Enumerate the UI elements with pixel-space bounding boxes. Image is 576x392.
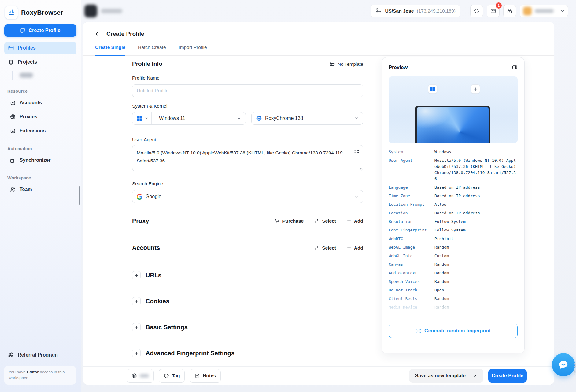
section-label-workspace: Workspace [7, 176, 76, 180]
section-label-resource: Resource [7, 89, 76, 94]
plus-icon [346, 245, 352, 250]
sidebar-scrollbar-thumb[interactable] [79, 186, 80, 205]
proxy-ip: (173.249.210.169) [417, 8, 456, 14]
list-item: WebRTCProhibit [389, 236, 518, 242]
laptop-illustration [415, 106, 490, 143]
tag-icon [164, 373, 169, 379]
workspace-avatar [84, 5, 97, 17]
fingerprint-summary-list: SystemWindows User AgentMozilla/5.0 (Win… [389, 149, 518, 318]
list-item: LanguageBased on IP address [389, 184, 518, 190]
layers-icon [131, 373, 137, 379]
dashed-divider [132, 288, 363, 288]
list-item: Client RectsRandom [389, 296, 518, 302]
sidebar-item-projects[interactable]: Projects [4, 56, 76, 68]
select-account-button[interactable]: Select [314, 245, 336, 251]
template-icon [330, 61, 335, 67]
chevron-down-icon [354, 194, 359, 199]
dashed-divider [132, 314, 363, 314]
sidebar-item-synchronizer[interactable]: Synchronizer [4, 154, 76, 166]
main-panel: Create Profile Create Single Batch Creat… [83, 22, 554, 385]
os-version-select[interactable]: Windows 11 [155, 116, 246, 121]
no-template-button[interactable]: No Template [330, 61, 363, 67]
plus-icon [346, 218, 352, 224]
refresh-button[interactable] [470, 5, 483, 17]
sailboat-logo-icon [5, 6, 18, 19]
sidebar-item-referral-program[interactable]: Referral Program [4, 349, 76, 361]
create-profile-button[interactable]: Create Profile [4, 24, 76, 37]
search-engine-label: Search Engine [132, 181, 363, 187]
accounts-section-title: Accounts [132, 244, 160, 251]
project-group-button[interactable] [127, 369, 154, 383]
notes-label: Notes [203, 373, 216, 379]
sidebar-item-label: Referral Program [18, 352, 58, 358]
app-title: RoxyBrowser [21, 9, 63, 16]
list-item: User AgentMozilla/5.0 (Windows NT 10.0) … [389, 157, 518, 182]
sidebar-nav: Profiles Projects Resource [4, 42, 76, 198]
chevron-down-icon [354, 116, 359, 120]
add-proxy-button[interactable]: Add [346, 218, 363, 224]
sidebar-item-team[interactable]: Team [4, 183, 76, 196]
section-label-automation: Automation [7, 146, 76, 151]
add-account-button[interactable]: Add [346, 245, 363, 251]
expand-button[interactable] [132, 323, 141, 331]
back-button[interactable] [94, 31, 100, 37]
expand-button[interactable] [132, 271, 141, 279]
expand-button[interactable] [132, 349, 141, 357]
save-template-dropdown[interactable]: Save as new template [409, 369, 483, 383]
windows-node-button[interactable] [428, 84, 437, 94]
account-avatar [523, 7, 532, 15]
hand-coins-icon [8, 352, 14, 358]
collapse-panel-icon[interactable] [512, 65, 518, 70]
select-proxy-button[interactable]: Select [314, 218, 336, 224]
search-engine-select[interactable]: Google [132, 190, 363, 203]
globe-icon [10, 114, 16, 120]
list-item: SystemWindows [389, 149, 518, 155]
kernel-select[interactable]: RoxyChrome 138 [251, 112, 363, 125]
sidebar-item-profiles[interactable]: Profiles [4, 42, 76, 54]
user-agent-label: User-Agent [132, 137, 363, 142]
user-agent-textarea[interactable]: Mozilla/5.0 (Windows NT 10.0) AppleWebKi… [132, 145, 363, 171]
add-node-button[interactable] [471, 84, 480, 94]
proxy-status-chip[interactable]: US/San Jose (173.249.210.169) [371, 5, 460, 17]
collapse-minus-icon[interactable] [68, 60, 73, 65]
account-menu[interactable] [520, 5, 568, 17]
chevron-down-icon [560, 9, 565, 13]
tab-import-profile[interactable]: Import Profile [179, 45, 207, 55]
system-kernel-label: System & Kernel [132, 103, 363, 109]
preview-illustration [389, 76, 518, 143]
expand-button[interactable] [132, 297, 141, 305]
resize-handle-icon[interactable] [358, 166, 362, 170]
project-subitem[interactable] [4, 70, 76, 81]
page-title: Create Profile [106, 31, 144, 37]
redacted-account-name [535, 9, 554, 13]
tab-bar: Create Single Batch Create Import Profil… [83, 45, 554, 56]
tag-button[interactable]: Tag [159, 369, 185, 383]
profile-name-input[interactable] [132, 84, 363, 97]
mail-button[interactable]: 1 [487, 5, 500, 17]
cart-icon [274, 218, 280, 224]
workspace-selector[interactable] [84, 5, 122, 17]
lock-button[interactable] [503, 5, 516, 17]
section-cookies: Cookies [132, 297, 363, 305]
sidebar-item-label: Projects [18, 59, 37, 65]
purchase-proxy-button[interactable]: Purchase [274, 218, 304, 224]
sidebar-item-extensions[interactable]: Extensions [4, 125, 76, 137]
note-add-icon [194, 373, 200, 379]
shuffle-icon[interactable] [354, 149, 360, 154]
sidebar-item-label: Synchronizer [20, 157, 50, 163]
router-icon [375, 8, 382, 14]
sidebar-item-accounts[interactable]: Accounts [4, 97, 76, 109]
sidebar-item-proxies[interactable]: Proxies [4, 111, 76, 123]
generate-fingerprint-button[interactable]: Generate random fingerprint [389, 324, 518, 338]
footer-action-bar: Tag Notes Save as new template Create Pr… [83, 366, 554, 385]
tab-create-single[interactable]: Create Single [95, 45, 125, 56]
notes-button[interactable]: Notes [190, 369, 221, 383]
profile-form: Profile Info No Template Profile Name Sy… [132, 61, 363, 366]
mail-badge: 1 [496, 2, 502, 9]
tab-batch-create[interactable]: Batch Create [138, 45, 166, 55]
os-icon-select[interactable] [132, 112, 152, 124]
edge-widget-glyphs[interactable]: 浏转 [572, 363, 576, 378]
create-profile-submit-button[interactable]: Create Profile [488, 369, 527, 383]
sidebar-item-label: Extensions [20, 128, 46, 134]
connector-line [438, 89, 471, 89]
